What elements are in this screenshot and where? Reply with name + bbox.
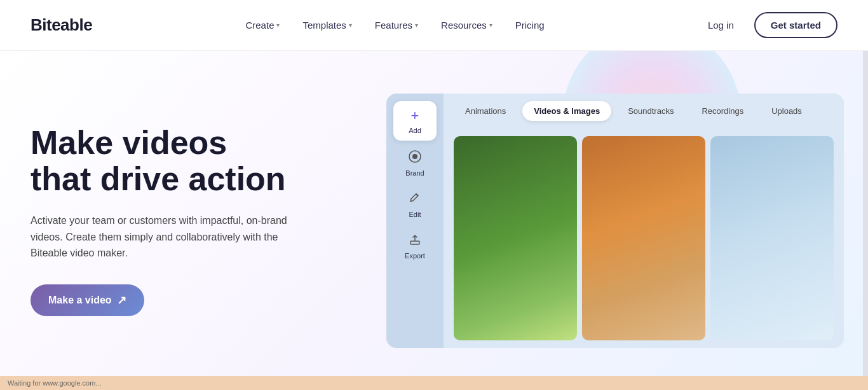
chevron-down-icon: ▾ xyxy=(415,22,418,29)
nav-links: Create ▾ Templates ▾ Features ▾ Resource… xyxy=(236,16,553,34)
sidebar-brand-button[interactable]: Brand xyxy=(393,143,437,183)
mockup-main: Animations Videos & Images Soundtracks R… xyxy=(444,94,844,348)
nav-link-features[interactable]: Features ▾ xyxy=(366,16,427,34)
nav-link-resources[interactable]: Resources ▾ xyxy=(432,16,501,34)
chevron-down-icon: ▾ xyxy=(349,22,352,29)
tab-recordings[interactable]: Recordings xyxy=(690,101,755,121)
svg-rect-2 xyxy=(410,241,419,244)
app-mockup: + Add Brand Edit xyxy=(386,94,844,348)
hero-subtitle: Activate your team or customers with imp… xyxy=(31,212,297,261)
video-thumbnail-3[interactable] xyxy=(710,136,834,340)
export-icon xyxy=(409,233,421,249)
nav-link-create[interactable]: Create ▾ xyxy=(236,16,288,34)
tab-soundtracks[interactable]: Soundtracks xyxy=(616,101,685,121)
chevron-down-icon: ▾ xyxy=(276,22,280,29)
scrollbar[interactable] xyxy=(863,0,868,390)
make-video-button[interactable]: Make a video ↗ xyxy=(31,284,144,316)
login-button[interactable]: Log in xyxy=(698,15,744,36)
sidebar-export-button[interactable]: Export xyxy=(393,227,437,266)
arrow-icon: ↗ xyxy=(117,293,126,307)
navbar: Biteable Create ▾ Templates ▾ Features ▾… xyxy=(0,0,868,51)
svg-point-1 xyxy=(412,154,417,159)
hero-right: + Add Brand Edit xyxy=(386,94,844,348)
video-thumbnail-2[interactable] xyxy=(582,136,705,340)
video-grid xyxy=(444,129,844,348)
brand-icon xyxy=(408,150,422,167)
status-text: Waiting for www.google.com... xyxy=(8,379,102,387)
tab-videos-images[interactable]: Videos & Images xyxy=(522,101,611,121)
hero-section: Make videos that drive action Activate y… xyxy=(0,51,868,390)
sidebar-edit-button[interactable]: Edit xyxy=(393,186,437,225)
mockup-sidebar: + Add Brand Edit xyxy=(386,94,444,348)
chevron-down-icon: ▾ xyxy=(489,22,492,29)
nav-link-pricing[interactable]: Pricing xyxy=(506,16,553,34)
logo-text: Biteable xyxy=(31,15,92,34)
edit-icon xyxy=(409,192,421,208)
hero-title: Make videos that drive action xyxy=(31,125,361,197)
sidebar-add-button[interactable]: + Add xyxy=(393,101,437,141)
status-bar: Waiting for www.google.com... xyxy=(0,376,868,390)
nav-right: Log in Get started xyxy=(698,12,837,38)
tab-animations[interactable]: Animations xyxy=(454,101,517,121)
plus-icon: + xyxy=(411,108,419,124)
tab-uploads[interactable]: Uploads xyxy=(760,101,813,121)
video-thumbnail-1[interactable] xyxy=(454,136,577,340)
hero-left: Make videos that drive action Activate y… xyxy=(31,125,361,316)
nav-link-templates[interactable]: Templates ▾ xyxy=(294,16,360,34)
get-started-button[interactable]: Get started xyxy=(754,12,837,38)
mockup-tabs: Animations Videos & Images Soundtracks R… xyxy=(444,94,844,129)
logo[interactable]: Biteable xyxy=(31,15,92,35)
